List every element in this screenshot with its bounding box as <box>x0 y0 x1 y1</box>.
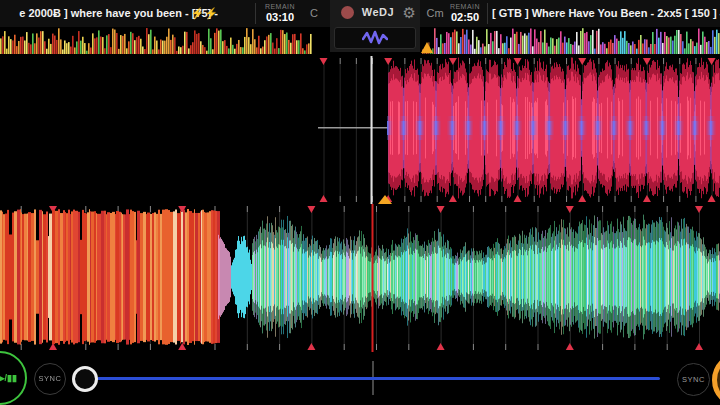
center-panel: WeDJ ⚙ <box>330 0 420 52</box>
wedj-app: e 2000Ƀ ] where have you been - [75] - ⚡… <box>0 0 720 405</box>
crossfader-knob[interactable] <box>72 366 98 392</box>
deck-right-remain-display[interactable]: REMAIN 02:50 <box>444 2 486 26</box>
deck-right-play-button[interactable] <box>712 352 720 405</box>
crossfader-track[interactable] <box>97 377 660 380</box>
deck-left-title-text: e 2000Ƀ ] where have you been - [75] - <box>19 0 218 27</box>
app-logo: WeDJ <box>359 0 397 25</box>
deck-right-sync-button[interactable]: SYNC <box>677 363 710 396</box>
deck-left-remain-label: REMAIN <box>254 2 306 11</box>
divider <box>487 3 488 24</box>
deck-right-zoom-waveform[interactable] <box>0 56 720 204</box>
deck-right-track-title[interactable]: [ GTB ] Where Have You Been - 2xx5 [ 150… <box>492 0 720 27</box>
deck-left-zoom-waveform[interactable] <box>0 204 720 352</box>
waveform-view-button[interactable] <box>334 27 416 49</box>
deck-left-remain-display[interactable]: REMAIN 03:10 <box>254 2 306 26</box>
deck-right-title-text: [ GTB ] Where Have You Been - 2xx5 [ 150… <box>492 0 720 27</box>
play-pause-icon: ▶/▮▮ <box>0 353 17 403</box>
record-button[interactable] <box>341 6 354 19</box>
gear-icon[interactable]: ⚙ <box>403 0 416 25</box>
waveform-icon <box>362 30 388 46</box>
deck-left-track-title[interactable]: e 2000Ƀ ] where have you been - [75] - ⚡… <box>0 0 218 27</box>
deck-right-remain-label: REMAIN <box>444 2 486 11</box>
deck-left-sync-button[interactable]: SYNC <box>34 363 66 395</box>
deck-left-key: C <box>302 0 326 27</box>
deck-right-remain-time: 02:50 <box>444 11 486 24</box>
deck-left-play-pause-button[interactable]: ▶/▮▮ <box>0 351 27 405</box>
deck-left-remain-time: 03:10 <box>254 11 306 24</box>
deck-right-overview-waveform[interactable] <box>420 27 720 54</box>
deck-left-overview-waveform[interactable] <box>0 27 330 54</box>
lightning-bolts-icon: ⚡⚡ <box>191 0 218 27</box>
